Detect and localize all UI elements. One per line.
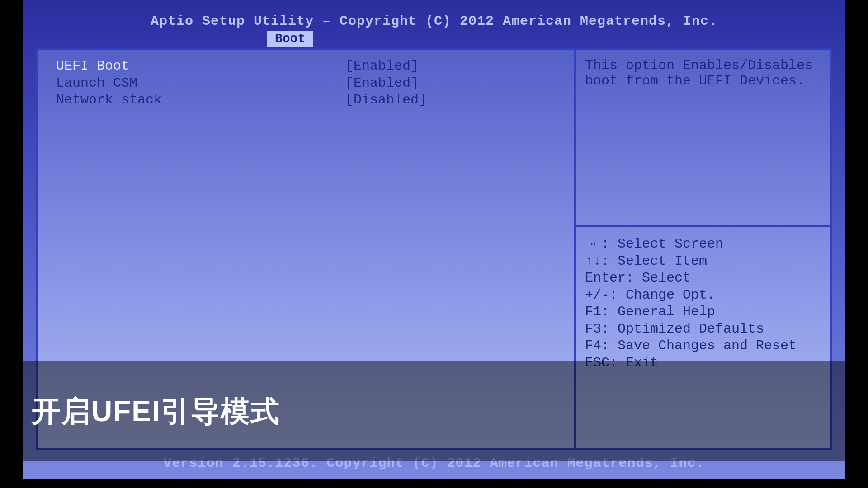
key-general-help: F1: General Help [585, 304, 821, 321]
option-value: [Enabled] [345, 58, 556, 75]
tab-boot-label: Boot [275, 32, 305, 46]
option-value: [Disabled] [345, 92, 556, 109]
tab-boot[interactable]: Boot [267, 31, 313, 47]
help-line-2: boot from the UEFI Devices. [585, 73, 821, 89]
option-label: UEFI Boot [56, 58, 345, 75]
bios-header: Aptio Setup Utility – Copyright (C) 2012… [23, 0, 845, 29]
option-label: Network stack [56, 92, 345, 109]
option-uefi-boot[interactable]: UEFI Boot [Enabled] [56, 58, 556, 75]
help-text-area: This option Enables/Disables boot from t… [585, 58, 821, 225]
key-change-opt: +/-: Change Opt. [585, 287, 821, 304]
key-save-reset: F4: Save Changes and Reset [585, 338, 821, 355]
video-caption-text: 开启UFEI引导模式 [32, 392, 280, 431]
option-value: [Enabled] [345, 75, 556, 92]
bios-tabbar: Boot [23, 31, 845, 47]
option-launch-csm[interactable]: Launch CSM [Enabled] [56, 75, 556, 92]
option-network-stack[interactable]: Network stack [Disabled] [56, 92, 556, 109]
key-enter: Enter: Select [585, 270, 821, 287]
key-optimized: F3: Optimized Defaults [585, 321, 821, 338]
bios-title: Aptio Setup Utility – Copyright (C) 2012… [151, 14, 717, 29]
key-legend: →←: Select Screen ↑↓: Select Item Enter:… [585, 227, 821, 371]
key-select-screen: →←: Select Screen [585, 236, 821, 253]
help-line-1: This option Enables/Disables [585, 58, 821, 73]
key-select-item: ↑↓: Select Item [585, 253, 821, 270]
option-label: Launch CSM [56, 75, 345, 92]
video-caption-overlay: 开启UFEI引导模式 [0, 361, 868, 461]
